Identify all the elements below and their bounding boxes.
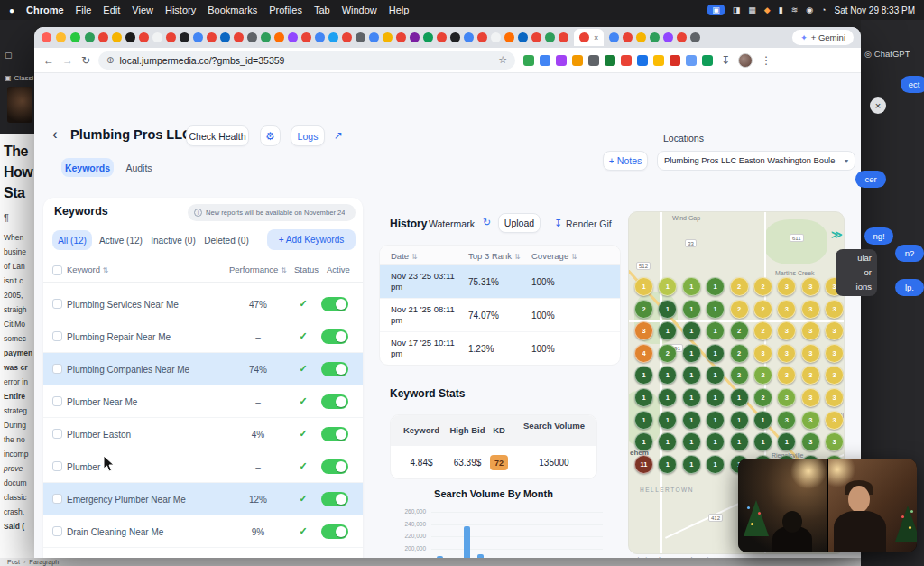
url-text[interactable]: local.jumpermedia.co/?gmbs_id=35359 [119, 55, 493, 66]
rank-marker[interactable]: 1 [658, 432, 677, 451]
rank-marker[interactable]: 1 [634, 432, 653, 451]
menubar-item-history[interactable]: History [165, 5, 196, 15]
row-checkbox[interactable] [52, 396, 62, 406]
rank-marker[interactable]: 3 [777, 366, 796, 385]
pinned-tab[interactable] [383, 32, 393, 42]
pinned-tab[interactable] [609, 32, 619, 42]
rank-marker[interactable]: 1 [682, 300, 701, 319]
extension-icon[interactable] [556, 55, 567, 66]
close-window-button[interactable] [42, 32, 51, 42]
battery-icon[interactable]: ▮ [779, 5, 783, 14]
breadcrumb-paragraph[interactable]: Paragraph [29, 558, 59, 566]
bookmark-star-icon[interactable]: ☆ [498, 54, 507, 66]
rank-marker[interactable]: 2 [658, 344, 677, 363]
rank-marker[interactable]: 1 [658, 277, 677, 296]
active-toggle[interactable] [321, 524, 348, 539]
render-gif-button[interactable]: Render Gif [566, 218, 612, 229]
pinned-tab[interactable] [98, 32, 108, 42]
pinned-tab[interactable] [623, 32, 633, 42]
rank-marker[interactable]: 3 [825, 432, 844, 451]
pinned-tab[interactable] [677, 32, 687, 42]
pinned-tab[interactable] [690, 32, 700, 42]
rank-marker[interactable]: 3 [801, 366, 820, 385]
rank-marker[interactable]: 2 [730, 344, 749, 363]
add-keywords-button[interactable]: + Add Keywords [267, 229, 356, 250]
external-link-icon[interactable]: ↗ [334, 129, 343, 142]
active-toggle[interactable] [321, 329, 348, 344]
rank-marker[interactable]: 1 [634, 411, 653, 430]
zoom-window-button[interactable] [70, 32, 80, 42]
pinned-tab[interactable] [531, 32, 541, 42]
rank-marker[interactable]: 1 [730, 432, 749, 451]
menubar-item-profiles[interactable]: Profiles [269, 5, 302, 15]
rank-marker[interactable]: 1 [706, 366, 725, 385]
editor-class-row[interactable]: ▣ Classi [5, 74, 33, 82]
pinned-tab[interactable] [234, 32, 244, 42]
pinned-tab[interactable] [518, 32, 528, 42]
rank-marker[interactable]: 3 [825, 321, 844, 340]
rank-marker[interactable]: 1 [634, 366, 653, 385]
extension-icon[interactable] [686, 55, 697, 66]
pinned-tab[interactable] [85, 32, 95, 42]
rank-marker[interactable]: 1 [730, 388, 749, 407]
pinned-tab[interactable] [328, 32, 338, 42]
pinned-tab[interactable] [207, 32, 217, 42]
filter-all[interactable]: All (12) [52, 230, 92, 250]
extension-icon[interactable] [637, 55, 648, 66]
filter-active[interactable]: Active (12) [97, 230, 144, 250]
back-icon[interactable]: ← [43, 54, 54, 67]
rank-marker[interactable]: 3 [777, 388, 796, 407]
pinned-tab[interactable] [180, 32, 189, 42]
pinned-tab[interactable] [193, 32, 203, 42]
rank-marker[interactable]: 1 [682, 388, 701, 407]
pinned-tab[interactable] [152, 32, 162, 42]
apple-menu-icon[interactable]: ● [9, 5, 14, 15]
tab-audits[interactable]: Audits [121, 158, 157, 177]
rank-marker[interactable]: 11 [634, 455, 653, 474]
pinned-tab[interactable] [504, 32, 514, 42]
screen-record-badge-icon[interactable]: ▣ [707, 5, 725, 15]
breadcrumb-post[interactable]: Post [7, 558, 20, 566]
rank-marker[interactable]: 1 [682, 321, 701, 340]
close-tab-icon[interactable]: × [594, 33, 598, 42]
extension-icon[interactable] [702, 55, 713, 66]
pinned-tab[interactable] [423, 32, 433, 42]
rank-marker[interactable]: 1 [706, 300, 725, 319]
pinned-tab[interactable] [410, 32, 420, 42]
pinned-tab[interactable] [450, 32, 460, 42]
active-tab[interactable]: × [574, 29, 604, 46]
location-dropdown[interactable]: Plumbing Pros LLC Easton Washington Boul… [657, 151, 855, 171]
rank-marker[interactable]: 1 [658, 388, 677, 407]
settings-gear-button[interactable]: ⚙ [260, 125, 281, 146]
row-checkbox[interactable] [52, 494, 62, 504]
control-center-icon[interactable]: ◔ [821, 5, 826, 14]
pinned-tab[interactable] [342, 32, 352, 42]
menubar-item-help[interactable]: Help [389, 5, 410, 15]
rank-marker[interactable]: 3 [777, 344, 796, 363]
keyword-row[interactable]: Emergency Plumber Near Me12%✓ [43, 483, 363, 515]
chrome-menu-icon[interactable]: ⋮ [761, 54, 772, 67]
pinned-tab[interactable] [274, 32, 284, 42]
rank-marker[interactable]: 1 [753, 432, 772, 451]
upload-button[interactable]: Upload [498, 213, 541, 233]
rank-marker[interactable]: 3 [825, 344, 844, 363]
pinned-tab[interactable] [545, 32, 555, 42]
keyword-row[interactable]: Plumbing Services Near Me47%✓ [43, 288, 363, 320]
pinned-tab[interactable] [464, 32, 474, 42]
rank-marker[interactable]: 1 [706, 411, 725, 430]
menubar-item-tab[interactable]: Tab [314, 5, 330, 15]
site-settings-icon[interactable]: ⊕ [106, 55, 114, 65]
refresh-history-icon[interactable]: ↻ [483, 217, 491, 228]
notes-button[interactable]: + Notes [603, 151, 648, 171]
active-toggle[interactable] [321, 459, 348, 474]
rank-marker[interactable]: 3 [753, 344, 772, 363]
pinned-tab[interactable] [491, 32, 501, 42]
pinned-tab[interactable] [559, 32, 568, 42]
wifi-icon[interactable]: ≋ [791, 5, 799, 14]
editor-image-thumbnail[interactable] [7, 87, 32, 123]
pinned-tab[interactable] [356, 32, 365, 42]
editor-sidebar-icon[interactable]: ▢ [5, 51, 13, 60]
rank-marker[interactable]: 4 [634, 344, 653, 363]
rank-marker[interactable]: 3 [777, 277, 796, 296]
check-health-button[interactable]: Check Health [186, 125, 249, 146]
